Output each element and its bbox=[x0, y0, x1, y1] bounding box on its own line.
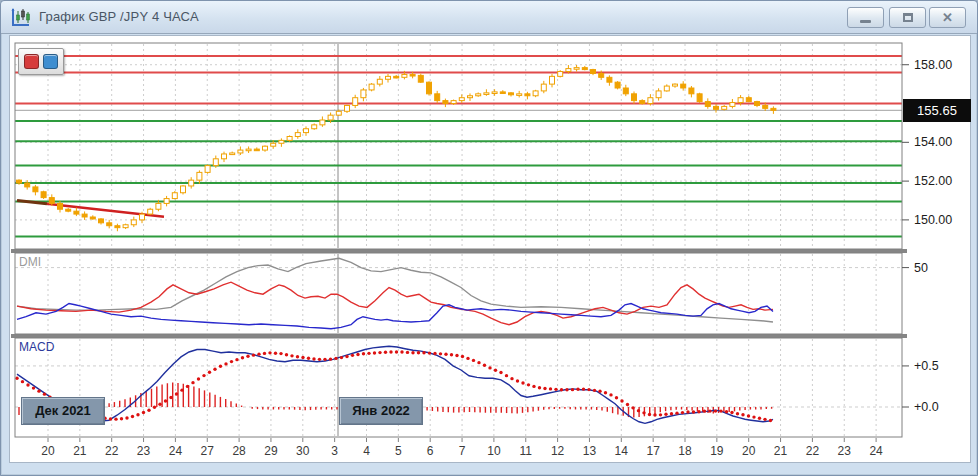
current-price-box: 155.65 bbox=[903, 99, 971, 122]
macd-axis-label: +0.0 bbox=[914, 399, 939, 415]
date-axis-label: 20 bbox=[41, 444, 54, 458]
chart-client-area bbox=[9, 35, 971, 463]
dmi-panel-label: DMI bbox=[19, 255, 41, 269]
dmi-axis-label: 50 bbox=[914, 260, 928, 276]
candlestick-chart-icon bbox=[10, 7, 32, 29]
date-axis-label: 21 bbox=[73, 444, 86, 458]
date-axis-label: 18 bbox=[678, 444, 691, 458]
date-axis-label: 23 bbox=[838, 444, 851, 458]
close-button[interactable]: ✕ bbox=[929, 7, 966, 28]
date-axis-label: 19 bbox=[710, 444, 723, 458]
chart-toolbar bbox=[18, 48, 64, 75]
minimize-icon bbox=[860, 20, 871, 23]
date-axis-label: 13 bbox=[583, 444, 596, 458]
date-axis-label: 27 bbox=[201, 444, 214, 458]
date-axis-label: 22 bbox=[806, 444, 819, 458]
date-axis-label: 12 bbox=[551, 444, 564, 458]
date-axis-label: 23 bbox=[137, 444, 150, 458]
red-tool-button[interactable] bbox=[24, 54, 39, 69]
date-axis-label: 20 bbox=[742, 444, 755, 458]
date-axis-label: 29 bbox=[264, 444, 277, 458]
restore-icon bbox=[903, 13, 913, 22]
date-axis-label: 17 bbox=[646, 444, 659, 458]
date-badge-dec-2021: Дек 2021 bbox=[21, 397, 105, 425]
date-axis-label: 28 bbox=[232, 444, 245, 458]
date-axis-label: 6 bbox=[427, 444, 434, 458]
date-axis-label: 22 bbox=[105, 444, 118, 458]
macd-panel-label: MACD bbox=[19, 340, 54, 354]
price-axis-label: 152.00 bbox=[914, 173, 952, 189]
date-axis-label: 30 bbox=[296, 444, 309, 458]
window-title: График GBP /JPY 4 ЧАСА bbox=[39, 9, 199, 24]
date-axis-label: 4 bbox=[363, 444, 370, 458]
date-axis-label: 10 bbox=[487, 444, 500, 458]
close-icon: ✕ bbox=[942, 11, 953, 24]
date-badge-jan-2022: Янв 2022 bbox=[339, 397, 423, 425]
date-axis-label: 24 bbox=[169, 444, 182, 458]
price-axis-label: 150.00 bbox=[914, 212, 952, 228]
blue-tool-button[interactable] bbox=[43, 54, 58, 69]
date-axis-label: 14 bbox=[615, 444, 628, 458]
price-axis-label: 158.00 bbox=[914, 57, 952, 73]
date-axis-label: 7 bbox=[459, 444, 466, 458]
date-axis-label: 21 bbox=[774, 444, 787, 458]
date-axis-label: 3 bbox=[331, 444, 338, 458]
restore-button[interactable] bbox=[889, 7, 926, 28]
date-axis-label: 5 bbox=[395, 444, 402, 458]
macd-axis-label: +0.5 bbox=[914, 358, 939, 374]
chart-window: График GBP /JPY 4 ЧАСА ✕ DMI MACD Дек 20… bbox=[0, 0, 978, 476]
date-axis-label: 11 bbox=[520, 444, 532, 458]
price-axis-label: 154.00 bbox=[914, 134, 952, 150]
minimize-button[interactable] bbox=[847, 7, 884, 28]
date-axis-label: 24 bbox=[869, 444, 882, 458]
title-bar[interactable]: График GBP /JPY 4 ЧАСА ✕ bbox=[1, 1, 977, 34]
